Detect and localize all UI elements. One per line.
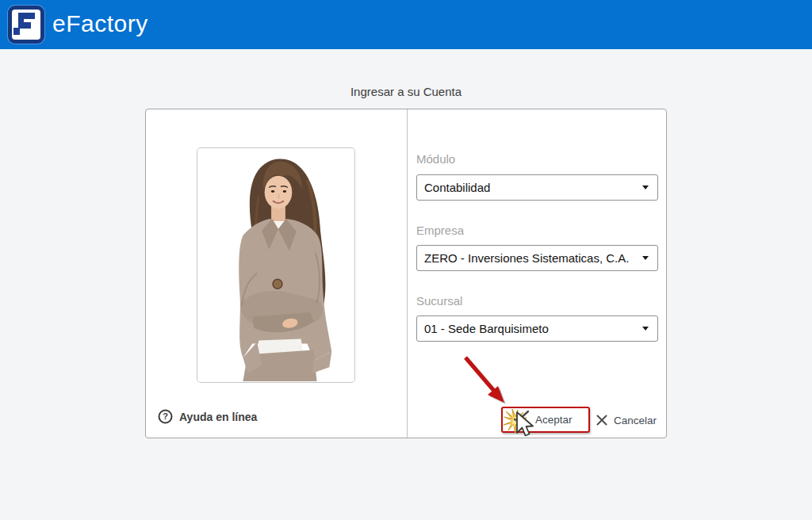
accept-button-annotation-highlight: Aceptar xyxy=(501,407,590,433)
brand-logo-inner xyxy=(12,10,40,40)
login-photo xyxy=(197,147,355,383)
cancel-button-label: Cancelar xyxy=(614,415,657,426)
company-select[interactable]: ZERO - Inversiones Sistematicas, C.A. xyxy=(416,245,658,271)
businesswoman-photo-illustration xyxy=(197,148,354,382)
help-link[interactable]: ? Ayuda en línea xyxy=(158,409,257,424)
svg-text:?: ? xyxy=(163,411,168,421)
module-select-value: Contabilidad xyxy=(424,181,490,194)
cancel-button[interactable]: Cancelar xyxy=(596,409,657,431)
branch-select-value: 01 - Sede Barquisimeto xyxy=(424,322,549,335)
caret-down-icon xyxy=(642,327,649,331)
x-mark-icon xyxy=(596,414,608,426)
branch-select[interactable]: 01 - Sede Barquisimeto xyxy=(416,315,658,342)
accept-button-label: Aceptar xyxy=(535,414,573,426)
module-select[interactable]: Contabilidad xyxy=(416,174,658,201)
login-card-left-panel: ? Ayuda en línea xyxy=(146,109,408,438)
brand-name: eFactory xyxy=(52,0,148,49)
branch-label: Sucursal xyxy=(416,294,658,308)
brand-logo-icon[interactable] xyxy=(8,6,44,44)
app-header: eFactory xyxy=(0,0,812,49)
company-select-value: ZERO - Inversiones Sistematicas, C.A. xyxy=(424,251,629,265)
module-label: Módulo xyxy=(416,152,658,166)
accept-button[interactable]: Aceptar xyxy=(504,408,588,431)
caret-down-icon xyxy=(642,185,649,189)
help-link-label: Ayuda en línea xyxy=(179,411,257,423)
company-label: Empresa xyxy=(416,224,658,237)
question-circle-icon: ? xyxy=(158,409,173,424)
login-card: ? Ayuda en línea Módulo Contabilidad Emp… xyxy=(145,109,667,438)
brand-f-glyph xyxy=(12,10,40,40)
page-title: Ingresar a su Cuenta xyxy=(145,85,667,98)
gold-starburst-check-icon xyxy=(504,408,530,431)
caret-down-icon xyxy=(642,256,649,260)
